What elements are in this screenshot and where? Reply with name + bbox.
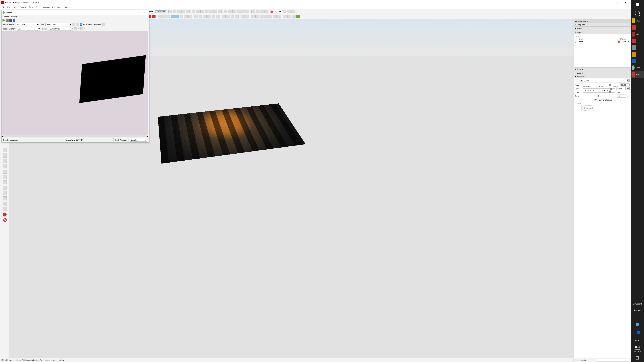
tray-icon[interactable] <box>630 321 644 329</box>
time-selected[interactable]: 04:45 PM <box>155 10 166 13</box>
toolbar-icon[interactable] <box>260 15 264 18</box>
toolbar-icon[interactable] <box>209 10 213 13</box>
chevron-down-icon[interactable]: ▾ <box>84 28 85 30</box>
toolbar-icon[interactable] <box>166 15 170 18</box>
toolbar-icon[interactable] <box>182 10 185 13</box>
toolbar-icon[interactable] <box>222 15 226 18</box>
left-tool-icon[interactable] <box>3 218 7 222</box>
toolbar-icon[interactable] <box>175 15 179 18</box>
dark-input[interactable] <box>617 94 626 97</box>
toolbar-icon[interactable] <box>218 10 222 13</box>
toolbar-icon[interactable] <box>168 10 172 13</box>
toolbar-icon[interactable] <box>283 10 286 13</box>
menu-help[interactable]: Help <box>63 6 69 8</box>
stepper-icon[interactable]: ▲▼ <box>627 92 630 93</box>
left-tool-icon[interactable] <box>3 191 7 195</box>
taskbar-app[interactable] <box>630 44 644 51</box>
render-play-icon[interactable] <box>2 19 5 22</box>
toolbar-icon[interactable] <box>256 15 259 18</box>
left-tool-icon[interactable] <box>3 148 7 152</box>
layer-selector[interactable]: Layer0 ▾ <box>270 10 282 13</box>
light-input[interactable] <box>617 91 626 94</box>
toolbar-icon[interactable] <box>241 15 244 18</box>
taskbar-address-section[interactable]: Adresse <box>630 308 644 312</box>
scroll-left-icon[interactable]: ◀ <box>2 135 3 137</box>
render-size-input[interactable] <box>46 23 69 26</box>
render-pause-icon[interactable] <box>6 19 8 22</box>
scene-select[interactable]: Current View <box>48 27 73 30</box>
menu-tools[interactable]: Tools <box>35 6 42 8</box>
info-icon[interactable]: i <box>5 359 8 361</box>
left-tool-icon[interactable] <box>3 159 7 163</box>
toolbar-icon[interactable] <box>192 10 196 13</box>
panel-header-outliner[interactable]: ▶Outliner× <box>574 71 630 75</box>
chevron-down-icon[interactable]: ▾ <box>70 23 71 26</box>
toolbar-icon[interactable] <box>200 10 204 13</box>
toolbar-icon[interactable] <box>214 10 217 13</box>
slider-thumb[interactable] <box>609 84 611 86</box>
toolbar-icon[interactable] <box>216 15 220 18</box>
toolbar-icon[interactable] <box>273 15 276 18</box>
render-titlebar[interactable]: Render... — ▢ ✕ <box>2 10 149 15</box>
menu-draw[interactable]: Draw <box>28 6 34 8</box>
left-tool-icon[interactable] <box>3 186 7 190</box>
render-opt-icon[interactable] <box>102 23 105 26</box>
toolbar-icon[interactable] <box>198 15 202 18</box>
toolbar-icon[interactable] <box>256 10 260 13</box>
menu-window[interactable]: Window <box>42 6 51 8</box>
toolbar-icon[interactable] <box>252 10 255 13</box>
render-viewport[interactable] <box>2 31 148 135</box>
remove-layer-icon[interactable]: − <box>578 34 580 37</box>
add-layer-icon[interactable]: + <box>575 34 577 37</box>
toolbar-icon[interactable] <box>158 15 162 18</box>
slider-thumb[interactable] <box>609 91 611 93</box>
toolbar-icon[interactable] <box>241 10 245 13</box>
language-indicator[interactable]: NOB <box>630 337 644 345</box>
toolbar-icon[interactable] <box>207 15 211 18</box>
render-close-button[interactable]: ✕ <box>142 11 148 13</box>
layers-menu-icon[interactable]: ▸ <box>628 34 630 37</box>
left-tool-icon[interactable] <box>3 196 7 200</box>
toolbar-icon[interactable] <box>251 15 255 18</box>
start-button[interactable] <box>630 0 644 9</box>
panel-close-icon[interactable]: × <box>628 68 630 70</box>
taskbar-app[interactable] <box>630 24 644 31</box>
render-save-icon[interactable] <box>12 19 15 22</box>
render-opt-icon[interactable] <box>80 27 83 30</box>
toolbar-icon[interactable] <box>264 15 268 18</box>
light-slider[interactable] <box>583 92 616 93</box>
post-process-select[interactable]: Simple <box>130 138 147 142</box>
panel-close-icon[interactable]: × <box>628 27 630 29</box>
render-opt-icon[interactable] <box>74 27 77 30</box>
render-stop-icon[interactable] <box>9 19 12 22</box>
toolbar-icon[interactable] <box>188 15 192 18</box>
toolbar-icon[interactable] <box>224 10 228 13</box>
panel-close-icon[interactable]: × <box>628 76 630 78</box>
layer-row[interactable]: Layer0 Default <box>575 40 630 43</box>
panel-header-layers[interactable]: ▼Layers× <box>574 30 630 34</box>
edit-icon[interactable] <box>628 40 630 42</box>
toolbar-icon[interactable] <box>171 15 174 18</box>
toolbar-icon[interactable] <box>264 10 268 13</box>
taskbar-app[interactable] <box>630 58 644 64</box>
toolbar-icon[interactable] <box>292 15 296 18</box>
menu-extensions[interactable]: Extensions <box>51 6 62 8</box>
window-minimize-button[interactable]: — <box>606 0 614 5</box>
window-maximize-button[interactable]: ▢ <box>614 0 622 5</box>
toolbar-icon[interactable] <box>287 10 291 13</box>
toolbar-icon[interactable] <box>292 10 295 13</box>
dark-slider[interactable] <box>583 96 616 96</box>
tray-menu-icon[interactable]: ⋯ <box>628 20 630 22</box>
render-opt-icon[interactable] <box>76 23 79 26</box>
panel-close-icon[interactable]: × <box>628 31 630 33</box>
left-tool-icon[interactable] <box>3 180 7 184</box>
slider-thumb[interactable] <box>610 88 612 90</box>
window-close-button[interactable]: ✕ <box>622 0 630 5</box>
taskbar-app[interactable]: Ress... <box>630 64 644 71</box>
fit-proportions-checkbox[interactable] <box>80 23 82 26</box>
left-tool-icon[interactable] <box>3 164 7 168</box>
left-tool-icon[interactable] <box>3 207 7 211</box>
toolbar-icon[interactable] <box>260 10 264 13</box>
toolbar-icon[interactable] <box>162 15 166 18</box>
expand-icon[interactable]: ▣ <box>627 79 630 82</box>
